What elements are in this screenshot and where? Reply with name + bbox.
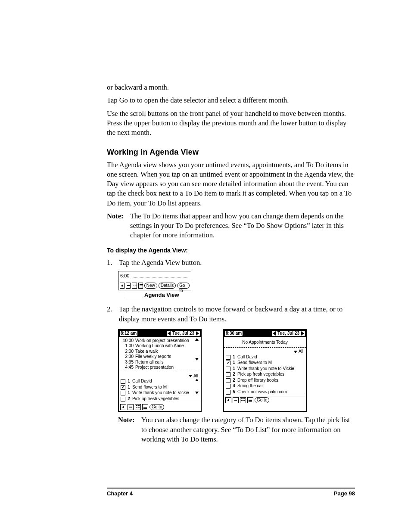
goto-button[interactable]: Go to	[177, 283, 190, 289]
no-appointments-label: No Appointments Today	[226, 338, 304, 346]
day-view-icon[interactable]	[120, 404, 126, 410]
goto-button[interactable]: Go to	[149, 404, 164, 410]
note-2: Note: You can also change the category o…	[118, 415, 355, 444]
appointment-row[interactable]: 10:00Work on project presentaion	[121, 338, 194, 344]
section-heading: Working in Agenda View	[107, 147, 355, 157]
note-body: You can also change the category of To D…	[141, 415, 355, 444]
toolbar-bottom-row: New Details Go to	[118, 281, 191, 290]
week-view-icon[interactable]	[233, 397, 239, 403]
footer-rule	[107, 488, 355, 488]
callout-line	[126, 292, 142, 297]
titlebar-date: Tue, Jul 23	[277, 331, 299, 336]
scroll-down-icon[interactable]	[195, 358, 199, 361]
chevron-down-icon	[294, 351, 297, 353]
todo-row[interactable]: 2Drop off library books	[226, 378, 304, 384]
category-label: All	[299, 349, 303, 355]
agenda-screen-right: 8:30 am Tue, Jul 23 No Appointments Toda…	[223, 329, 307, 412]
appointment-row[interactable]: 4:45Project presentation	[121, 365, 194, 370]
next-day-icon[interactable]	[301, 331, 304, 336]
appointment-row[interactable]: 2:00Take a walk	[121, 349, 194, 355]
appointments-scroll	[195, 338, 199, 370]
category-picker[interactable]: All	[121, 373, 199, 379]
checkbox-icon[interactable]	[226, 367, 230, 371]
day-view-icon[interactable]	[120, 283, 125, 289]
page: or backward a month. Tap Go to to open t…	[0, 0, 411, 532]
agenda-view-icon[interactable]	[247, 397, 253, 403]
agenda-view-icon[interactable]	[138, 283, 143, 289]
day-view-icon[interactable]	[225, 397, 231, 403]
appointment-row[interactable]: 3:35Return all calls	[121, 360, 194, 365]
screen-titlebar: 8:12 am Tue, Jul 23	[119, 330, 201, 337]
new-button[interactable]: New	[144, 283, 157, 289]
checkbox-icon[interactable]	[226, 378, 230, 383]
note-1: Note: The To Do items that appear and ho…	[107, 212, 355, 240]
titlebar-date-nav: Tue, Jul 23	[272, 331, 305, 336]
todo-row[interactable]: 2Pick up fresh vegetables	[226, 372, 304, 378]
section-body: The Agenda view shows you your untimed e…	[107, 160, 355, 208]
note-body: The To Do items that appear and how you …	[130, 212, 355, 240]
todo-row[interactable]: ✔1Send flowers to M	[121, 385, 194, 391]
agenda-screen-left: 8:12 am Tue, Jul 23 10:00Work on project…	[118, 329, 202, 412]
agenda-view-icon[interactable]	[142, 404, 148, 410]
todo-list: 1Call David ✔1Send flowers to M 1Write t…	[226, 355, 304, 395]
titlebar-time: 8:12 am	[120, 331, 137, 336]
details-button[interactable]: Details	[159, 283, 176, 289]
checkbox-icon[interactable]	[121, 397, 125, 401]
figure-toolbar: 6:00 New Details Go to Agenda View	[118, 271, 191, 299]
titlebar-date-nav: Tue, Jul 23	[167, 331, 200, 336]
appointment-row[interactable]: 2:30File weekly reports	[121, 354, 194, 360]
note-label: Note:	[118, 415, 137, 444]
intro-line-0: or backward a month.	[107, 83, 355, 92]
checkbox-icon[interactable]	[226, 390, 230, 395]
page-footer: Chapter 4 Page 98	[107, 488, 355, 498]
todo-row[interactable]: 2Pick up fresh vegetables	[121, 396, 194, 402]
todo-row[interactable]: 4Smog the car	[226, 383, 304, 389]
month-view-icon[interactable]	[240, 397, 246, 403]
screen-bottombar: Go to	[224, 396, 306, 404]
todo-row[interactable]: 1Call David	[121, 379, 194, 385]
figure-agenda-screens: 8:12 am Tue, Jul 23 10:00Work on project…	[118, 329, 355, 412]
todo-row[interactable]: 1Write thank you note to Vickie	[226, 366, 304, 372]
todo-row[interactable]: 5Check out www.palm.com	[226, 389, 304, 395]
todo-row[interactable]: 1Call David	[226, 355, 304, 361]
scroll-up-icon[interactable]	[195, 338, 199, 341]
week-view-icon[interactable]	[128, 404, 134, 410]
month-view-icon[interactable]	[135, 404, 141, 410]
checkbox-icon[interactable]	[226, 355, 230, 360]
checkbox-icon[interactable]	[226, 384, 230, 389]
toolbar-top-row: 6:00	[118, 271, 191, 281]
step-text: Tap the navigation controls to move forw…	[119, 305, 355, 324]
titlebar-date: Tue, Jul 23	[172, 331, 194, 336]
prev-day-icon[interactable]	[168, 331, 171, 336]
checkbox-icon[interactable]	[121, 391, 125, 395]
month-view-icon[interactable]	[132, 283, 137, 289]
goto-button[interactable]: Go to	[255, 397, 269, 403]
note-label: Note:	[107, 212, 126, 240]
category-label: All	[193, 373, 198, 379]
step-number: 1.	[107, 258, 115, 268]
todo-row[interactable]: 1Write thank you note to Vickie	[121, 390, 194, 396]
checkbox-icon[interactable]	[121, 379, 125, 384]
todo-list: 1Call David ✔1Send flowers to M 1Write t…	[121, 379, 194, 402]
intro-line-1: Tap Go to to open the date selector and …	[107, 96, 355, 105]
time-label: 6:00	[120, 273, 129, 279]
step-text: Tap the Agenda View button.	[119, 258, 355, 268]
chevron-down-icon	[189, 375, 192, 377]
titlebar-time: 8:30 am	[225, 331, 243, 336]
scroll-down-icon[interactable]	[195, 392, 199, 394]
appointment-row[interactable]: 1:00Working Lunch with Anne	[121, 343, 194, 349]
prev-day-icon[interactable]	[273, 331, 276, 336]
category-picker[interactable]: All	[226, 349, 304, 355]
procedure-heading: To display the Agenda View:	[107, 246, 355, 255]
next-day-icon[interactable]	[196, 331, 199, 336]
checkbox-checked-icon[interactable]: ✔	[121, 385, 125, 390]
week-view-icon[interactable]	[126, 283, 131, 289]
footer-chapter: Chapter 4	[107, 490, 133, 498]
footer-page: Page 98	[334, 490, 355, 498]
scroll-up-icon[interactable]	[195, 379, 199, 381]
checkbox-icon[interactable]	[226, 372, 230, 377]
todo-row[interactable]: ✔1Send flowers to M	[226, 360, 304, 366]
checkbox-checked-icon[interactable]: ✔	[226, 361, 230, 365]
section-divider	[224, 347, 306, 348]
screen-body: 10:00Work on project presentaion 1:00Wor…	[119, 337, 201, 403]
